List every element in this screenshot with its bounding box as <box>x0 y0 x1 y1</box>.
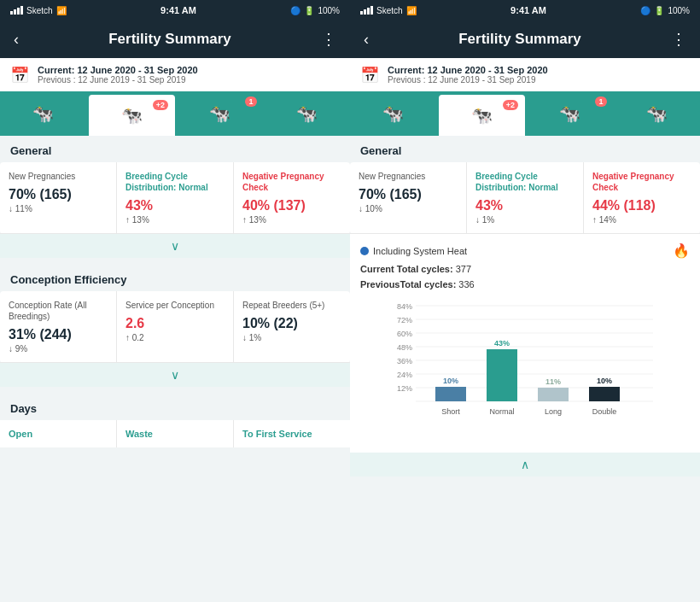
bar-normal <box>487 349 517 401</box>
svg-text:43%: 43% <box>494 339 510 348</box>
days-open-label-left: Open <box>9 429 108 439</box>
previous-date-right: Previous : 12 June 2019 - 31 Sep 2019 <box>388 75 548 85</box>
stat-new-preg-value-left: 70% (165) <box>9 187 108 202</box>
stat-neg-preg-label-right: Negative Pregnancy Check <box>592 171 691 193</box>
svg-text:10%: 10% <box>443 377 458 385</box>
stat-service-per-value-left: 2.6 <box>125 316 225 331</box>
stat-neg-preg-left: Negative Pregnancy Check 40% (137) ↑ 13% <box>234 162 350 233</box>
battery-icon: 🔋 <box>304 6 314 15</box>
app-header-right: ‹ Fertility Summary ⋮ <box>350 20 700 58</box>
tab-hand-icon-right: 🐄 <box>646 103 668 124</box>
tab-hand-right[interactable]: 🐄 <box>614 91 701 136</box>
status-bar-left: Sketch 📶 9:41 AM 🔵 🔋 100% <box>0 0 350 20</box>
stat-new-preg-left: New Pregnancies 70% (165) ↓ 11% <box>0 162 117 233</box>
date-text-right: Current: 12 June 2020 - 31 Sep 2020 Prev… <box>388 65 548 85</box>
previous-cycles-value: 336 <box>458 279 474 289</box>
back-button-left[interactable]: ‹ <box>14 31 19 49</box>
stat-repeat-label-left: Repeat Breeders (5+) <box>242 300 341 311</box>
tab-badge-right: +2 <box>503 100 518 110</box>
stat-repeat-change-left: ↓ 1% <box>242 333 341 342</box>
menu-button-left[interactable]: ⋮ <box>321 30 336 49</box>
stat-new-preg-label-right: New Pregnancies <box>359 171 458 182</box>
tab-1-right[interactable]: 1 🐄 <box>527 91 614 136</box>
page-title-left: Fertility Summary <box>108 31 231 48</box>
collapse-icon-right: ∧ <box>521 458 529 471</box>
stat-neg-preg-label-left: Negative Pregnancy Check <box>242 171 341 193</box>
previous-date-left: Previous : 12 June 2019 - 31 Sep 2019 <box>38 75 198 85</box>
stat-service-per-left: Service per Conception 2.6 ↑ 0.2 <box>117 291 234 362</box>
bar-long <box>538 388 569 401</box>
tab-badge-1-right: 1 <box>595 96 606 107</box>
legend-dot <box>360 247 369 255</box>
tab-calf-icon: 🐄 <box>209 103 230 124</box>
stat-conception-rate-left: Conception Rate (All Breedings) 31% (244… <box>0 291 117 362</box>
status-right: 🔵 🔋 100% <box>290 6 340 15</box>
stat-conception-rate-label-left: Conception Rate (All Breedings) <box>9 300 108 322</box>
days-first-service-left: To First Service <box>234 420 350 447</box>
chart-meta-row: Including System Heat 🔥 <box>360 243 690 259</box>
conception-card-left: Conception Rate (All Breedings) 31% (244… <box>0 291 350 363</box>
tab-plus2-right[interactable]: +2 🐄 <box>439 95 526 136</box>
stat-conception-rate-change-left: ↓ 9% <box>9 344 108 354</box>
tab-hand-left[interactable]: 🐄 <box>264 91 351 136</box>
stat-repeat-value-left: 10% (22) <box>242 316 341 331</box>
tab-all-left[interactable]: 🐄 <box>0 91 87 136</box>
chart-legend: Including System Heat <box>360 246 467 256</box>
tab-row-right: 🐄 +2 🐄 1 🐄 🐄 <box>350 91 700 136</box>
calendar-icon-right: 📅 <box>360 66 379 85</box>
svg-text:24%: 24% <box>397 371 412 379</box>
current-date-right: Current: 12 June 2020 - 31 Sep 2020 <box>388 65 548 75</box>
expand-conception-left[interactable]: ∨ <box>0 363 350 387</box>
signal-icon <box>10 6 23 15</box>
collapse-row-right[interactable]: ∧ <box>350 453 700 476</box>
tab-baby-icon-right: 🐄 <box>471 105 493 126</box>
bar-chart-container: 84% 72% 60% 48% 36% 24% 12% <box>360 299 690 444</box>
app-header-left: ‹ Fertility Summary ⋮ <box>0 20 350 58</box>
conception-stats-row-left: Conception Rate (All Breedings) 31% (244… <box>0 291 350 363</box>
expand-general-left[interactable]: ∨ <box>0 234 350 258</box>
svg-text:Normal: Normal <box>489 407 514 416</box>
days-waste-left: Waste <box>117 420 234 447</box>
status-left: Sketch 📶 <box>10 6 67 15</box>
general-label-left: General <box>0 136 350 162</box>
back-button-right[interactable]: ‹ <box>364 31 369 49</box>
stat-new-preg-value-right: 70% (165) <box>359 187 458 202</box>
flame-icon: 🔥 <box>673 243 690 259</box>
stat-service-per-label-left: Service per Conception <box>125 300 225 311</box>
stat-breeding-label-left: Breeding Cycle Distribution: Normal <box>125 171 225 193</box>
stat-breeding-change-left: ↑ 13% <box>125 215 225 225</box>
time-label: 9:41 AM <box>160 5 196 15</box>
tab-1-left[interactable]: 1 🐄 <box>177 91 264 136</box>
bar-chart-svg: 84% 72% 60% 48% 36% 24% 12% <box>360 299 690 444</box>
bar-short <box>435 387 466 401</box>
general-stats-row-right: New Pregnancies 70% (165) ↓ 10% Breeding… <box>350 162 700 234</box>
carrier-label: Sketch <box>26 6 53 15</box>
tab-all-right[interactable]: 🐄 <box>350 91 437 136</box>
stat-new-preg-right: New Pregnancies 70% (165) ↓ 10% <box>350 162 467 233</box>
current-cycles-label: Current Total cycles: <box>360 264 456 274</box>
wifi-icon-right: 📶 <box>406 6 417 15</box>
stat-conception-rate-value-left: 31% (244) <box>9 327 108 342</box>
previous-cycles-label: PreviousTotal cycles: <box>360 279 458 289</box>
days-waste-label-left: Waste <box>125 429 225 439</box>
current-cycles-value: 377 <box>456 264 471 274</box>
days-label-left: Days <box>0 394 350 420</box>
svg-text:72%: 72% <box>397 316 412 324</box>
svg-text:Double: Double <box>592 407 617 416</box>
status-left-right: Sketch 📶 <box>360 6 417 15</box>
tab-calf-icon-right: 🐄 <box>559 103 580 124</box>
tab-plus2-left[interactable]: +2 🐄 <box>89 95 176 136</box>
stat-new-preg-change-left: ↓ 11% <box>9 204 108 213</box>
stat-neg-preg-value-left: 40% (137) <box>242 198 341 213</box>
svg-text:Short: Short <box>441 407 460 416</box>
tab-baby-icon: 🐄 <box>121 105 143 126</box>
stat-repeat-left: Repeat Breeders (5+) 10% (22) ↓ 1% <box>234 291 350 362</box>
menu-button-right[interactable]: ⋮ <box>671 30 686 49</box>
carrier-label-right: Sketch <box>376 6 403 15</box>
legend-text: Including System Heat <box>373 246 467 256</box>
general-stats-row-left: New Pregnancies 70% (165) ↓ 11% Breeding… <box>0 162 350 234</box>
stat-breeding-left: Breeding Cycle Distribution: Normal 43% … <box>117 162 234 233</box>
battery-label-right: 100% <box>668 6 690 15</box>
stat-neg-preg-change-left: ↑ 13% <box>242 215 341 225</box>
current-date-left: Current: 12 June 2020 - 31 Sep 2020 <box>38 65 198 75</box>
